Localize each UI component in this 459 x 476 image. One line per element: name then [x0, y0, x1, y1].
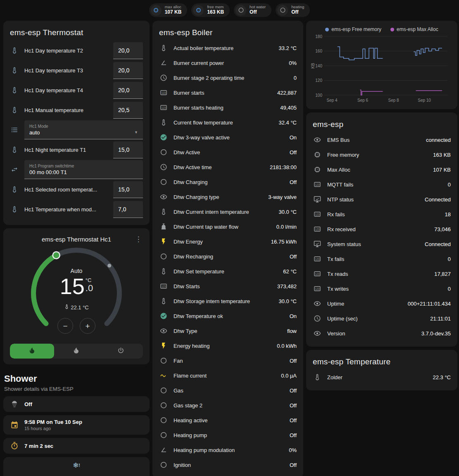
entity-row-ignition[interactable]: IgnitionOff: [159, 457, 297, 472]
entity-value: 2181:38:00: [270, 164, 297, 170]
entity-row-hc1-manual-temperature[interactable]: Hc1 Manual temperature20,5: [10, 100, 143, 120]
entity-row-uptime-sec[interactable]: Uptime (sec)21:11:01: [313, 311, 451, 326]
entity-name: Version: [327, 330, 416, 337]
card-title: ems-esp Boiler: [159, 26, 297, 41]
shower-card-shower-state[interactable]: Off: [3, 396, 150, 412]
entity-row-dhw-recharging[interactable]: Dhw RechargingOff: [159, 249, 297, 264]
number-input-hc1-temperature-when-mod[interactable]: 7,0: [113, 201, 143, 218]
entity-row-zolder[interactable]: Zolder22.3 °C: [313, 370, 451, 385]
circle-icon: [159, 431, 168, 439]
temp-increase-button[interactable]: +: [80, 318, 95, 334]
hvac-heat-button[interactable]: [54, 344, 98, 359]
monitor-check-icon: [313, 196, 322, 203]
temp-decrease-button[interactable]: −: [57, 318, 73, 334]
shower-card-shower-duration[interactable]: 7 min 2 sec: [3, 438, 150, 454]
entity-row-dhw-starts[interactable]: 123Dhw Starts373,482: [159, 279, 297, 294]
entity-row-dhw-temperature-ok[interactable]: Dhw Temperature okOn: [159, 309, 297, 323]
entity-row-heating-active[interactable]: Heating activeOff: [159, 413, 297, 428]
thermostat-dial[interactable]: Auto 15 °C .0 22.1 °C − +: [10, 244, 143, 340]
number-input-hc1-day-temperature-t2[interactable]: 20,0: [113, 42, 143, 59]
entity-row-tx-reads[interactable]: 123Tx reads17,827: [313, 266, 451, 281]
circle-icon: [159, 148, 168, 156]
entity-row-free-memory[interactable]: Free memory163 KB: [313, 147, 451, 162]
thermometer-icon: [10, 186, 19, 193]
number-input-hc1-day-temperature-t3[interactable]: 20,0: [113, 62, 143, 79]
entity-row-system-status[interactable]: System statusConnected: [313, 237, 451, 251]
number-input-hc1-manual-temperature[interactable]: 20,5: [113, 102, 143, 119]
text-input-hc1-program-switchtime[interactable]: Hc1 Program switchtime00 mo 00:00 T1: [24, 160, 143, 179]
entity-row-hc1-mode[interactable]: Hc1 Modeauto▼: [10, 120, 143, 140]
number-input-hc1-selected-room-temperat[interactable]: 15,0: [113, 181, 143, 198]
entity-row-current-flow-temperature[interactable]: Current flow temperature32.4 °C: [159, 115, 297, 130]
entity-row-gas[interactable]: GasOff: [159, 383, 297, 398]
hvac-auto-button[interactable]: [10, 344, 54, 359]
entity-value: Off: [290, 462, 297, 468]
memory-icon: [313, 151, 322, 158]
entity-row-dhw-3-way-valve-active[interactable]: Dhw 3-way valve activeOn: [159, 130, 297, 145]
entity-row-flame-current[interactable]: Flame current0.0 µA: [159, 368, 297, 383]
entity-row-heating-pump[interactable]: Heating pumpOff: [159, 428, 297, 443]
number-input-hc1-night-temperature-t1[interactable]: 15,0: [113, 141, 143, 158]
entity-row-dhw-charging[interactable]: Dhw ChargingOff: [159, 175, 297, 189]
entity-row-dhw-active[interactable]: Dhw ActiveOff: [159, 145, 297, 160]
entity-row-ntp-status[interactable]: NTP statusConnected: [313, 192, 451, 207]
entity-row-burner-starts-heating[interactable]: 123Burner starts heating49,405: [159, 100, 297, 115]
entity-row-burner-stage-2-operating-time[interactable]: Burner stage 2 operating time0: [159, 70, 297, 85]
entity-row-uptime[interactable]: Uptime000+21:11:01.434: [313, 296, 451, 311]
snowflake-alert-icon: ❄!: [73, 462, 80, 469]
entity-name: Tx fails: [327, 256, 442, 262]
entity-row-hc1-temperature-when-mod[interactable]: Hc1 Temperature when mod...7,0: [10, 199, 143, 219]
entity-row-tx-fails[interactable]: 123Tx fails0: [313, 251, 451, 266]
badge-hot-water[interactable]: hot waterOff: [234, 3, 271, 17]
format-list-icon: [10, 126, 19, 134]
entity-row-rx-fails[interactable]: 123Rx fails18: [313, 207, 451, 222]
badge-free-mem[interactable]: free mem163 KB: [191, 3, 230, 17]
entity-row-actual-boiler-temperature[interactable]: Actual boiler temperature33.2 °C: [159, 41, 297, 55]
calendar-icon: [10, 421, 19, 429]
entity-row-energy-heating[interactable]: Energy heating0.0 kWh: [159, 338, 297, 353]
entity-value: Off: [290, 432, 297, 438]
entity-row-max-alloc[interactable]: Max Alloc107 KB: [313, 162, 451, 177]
entity-row-gas-stage-2[interactable]: Gas stage 2Off: [159, 398, 297, 413]
hvac-off-button[interactable]: [99, 344, 143, 359]
entity-value: 0.0 l/min: [276, 224, 297, 230]
check-circle-icon: [159, 312, 168, 320]
shower-card-last-shower[interactable]: 9:58 PM on Tue 10 Sep15 hours ago: [3, 415, 150, 435]
badge-max-alloc[interactable]: max alloc107 KB: [149, 3, 188, 17]
more-menu-button[interactable]: ⋮: [134, 235, 143, 244]
entity-row-burner-current-power[interactable]: Burner current power0%: [159, 55, 297, 70]
entity-row-hc1-selected-room-temperat[interactable]: Hc1 Selected room temperat...15,0: [10, 179, 143, 199]
entity-row-burner-starts[interactable]: 123Burner starts422,887: [159, 85, 297, 100]
entity-row-fan[interactable]: FanOff: [159, 353, 297, 368]
entity-row-dhw-current-tap-water-flow[interactable]: Dhw Current tap water flow0.0 l/min: [159, 219, 297, 234]
entity-row-heating-pump-modulation[interactable]: Heating pump modulation0%: [159, 443, 297, 457]
legend-item-free-memory[interactable]: ems-esp Free memory: [325, 26, 381, 32]
number-input-hc1-day-temperature-t4[interactable]: 20,0: [113, 82, 143, 99]
thermometer-icon: [159, 268, 168, 275]
entity-row-version[interactable]: Version3.7.0-dev.35: [313, 326, 451, 341]
entity-row-tx-writes[interactable]: 123Tx writes0: [313, 281, 451, 296]
badge-heating[interactable]: heatingOff: [276, 3, 310, 17]
entity-row-dhw-set-temperature[interactable]: Dhw Set temperature62 °C: [159, 264, 297, 279]
entity-row-dhw-charging-type[interactable]: Dhw Charging type3-way valve: [159, 189, 297, 204]
entity-row-hc1-day-temperature-t2[interactable]: Hc1 Day temperature T220,0: [10, 41, 143, 60]
entity-name: Dhw Storage intern temperature: [174, 298, 273, 304]
entity-row-hc1-day-temperature-t4[interactable]: Hc1 Day temperature T420,0: [10, 80, 143, 100]
entity-row-hc1-program-switchtime[interactable]: Hc1 Program switchtime00 mo 00:00 T1: [10, 160, 143, 179]
entity-row-dhw-active-time[interactable]: Dhw Active time2181:38:00: [159, 160, 297, 175]
field-label: Hc1 Mode: [29, 124, 138, 129]
entity-row-dhw-energy[interactable]: Dhw Energy16.75 kWh: [159, 234, 297, 249]
climate-alert-card[interactable]: ❄!: [3, 457, 150, 476]
select-hc1-mode[interactable]: Hc1 Modeauto▼: [24, 120, 143, 139]
svg-text:Sep 4: Sep 4: [327, 98, 338, 103]
entity-row-rx-received[interactable]: 123Rx received73,046: [313, 222, 451, 237]
entity-value: Off: [290, 387, 297, 394]
entity-row-dhw-current-intern-temperature[interactable]: Dhw Current intern temperature30.0 °C: [159, 204, 297, 219]
legend-item-max-alloc[interactable]: ems-esp Max Alloc: [390, 26, 438, 32]
entity-row-hc1-night-temperature-t1[interactable]: Hc1 Night temperature T115,0: [10, 140, 143, 160]
entity-row-ems-bus[interactable]: EMS Busconnected: [313, 132, 451, 147]
entity-row-hc1-day-temperature-t3[interactable]: Hc1 Day temperature T320,0: [10, 60, 143, 80]
entity-row-dhw-type[interactable]: Dhw Typeflow: [159, 323, 297, 338]
entity-row-mqtt-fails[interactable]: 123MQTT fails0: [313, 177, 451, 192]
entity-row-dhw-storage-intern-temperature[interactable]: Dhw Storage intern temperature30.0 °C: [159, 294, 297, 309]
